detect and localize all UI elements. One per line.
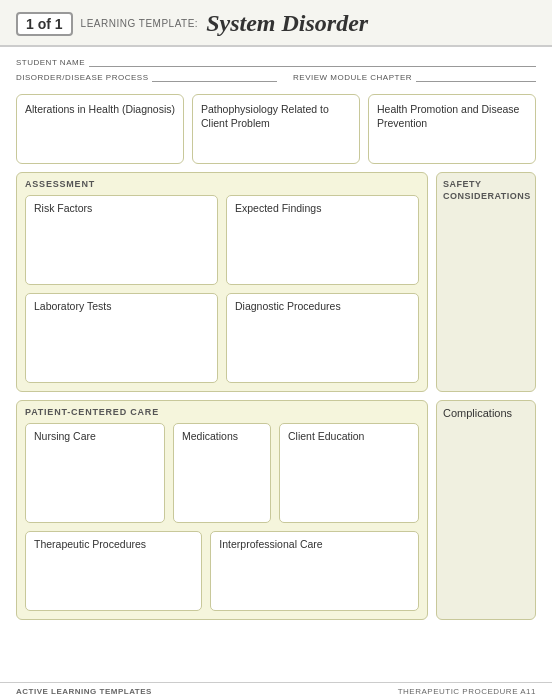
assessment-grid: Risk Factors Expected Findings Laborator… <box>25 195 419 383</box>
diagnostic-procedures-card: Diagnostic Procedures <box>226 293 419 383</box>
disorder-line <box>152 70 277 82</box>
safety-label: SAFETYCONSIDERATIONS <box>443 179 529 202</box>
therapeutic-procedures-label: Therapeutic Procedures <box>34 538 146 550</box>
top-card-label-2: Health Promotion and Disease Prevention <box>377 103 519 129</box>
client-education-label: Client Education <box>288 430 364 442</box>
student-name-label: STUDENT NAME <box>16 58 85 67</box>
page-badge: 1 of 1 <box>16 12 73 36</box>
laboratory-tests-label: Laboratory Tests <box>34 300 111 312</box>
nursing-care-card: Nursing Care <box>25 423 165 523</box>
top-cards-section: Alterations in Health (Diagnosis) Pathop… <box>0 86 552 172</box>
review-label: REVIEW MODULE CHAPTER <box>293 73 412 82</box>
complications-label: Complications <box>443 407 529 419</box>
client-education-card: Client Education <box>279 423 419 523</box>
top-card-2: Health Promotion and Disease Prevention <box>368 94 536 164</box>
nursing-care-label: Nursing Care <box>34 430 96 442</box>
template-label: LEARNING TEMPLATE: <box>81 18 199 29</box>
therapeutic-procedures-card: Therapeutic Procedures <box>25 531 202 611</box>
expected-findings-card: Expected Findings <box>226 195 419 285</box>
patient-bottom-row: Therapeutic Procedures Interprofessional… <box>25 531 419 611</box>
interprofessional-care-label: Interprofessional Care <box>219 538 322 550</box>
top-card-0: Alterations in Health (Diagnosis) <box>16 94 184 164</box>
top-card-label-0: Alterations in Health (Diagnosis) <box>25 103 175 115</box>
patient-care-section: PATIENT-CENTERED CARE Nursing Care Medic… <box>16 400 428 620</box>
patient-wrapper: PATIENT-CENTERED CARE Nursing Care Medic… <box>16 400 536 620</box>
laboratory-tests-card: Laboratory Tests <box>25 293 218 383</box>
top-card-1: Pathophysiology Related to Client Proble… <box>192 94 360 164</box>
meta-fields: STUDENT NAME DISORDER/DISEASE PROCESS RE… <box>0 47 552 86</box>
header: 1 of 1 LEARNING TEMPLATE: System Disorde… <box>0 0 552 47</box>
patient-care-label: PATIENT-CENTERED CARE <box>25 407 419 417</box>
student-name-row: STUDENT NAME <box>16 55 536 67</box>
assessment-wrapper: ASSESSMENT Risk Factors Expected Finding… <box>16 172 536 392</box>
footer-right: THERAPEUTIC PROCEDURE A11 <box>398 687 536 696</box>
top-card-label-1: Pathophysiology Related to Client Proble… <box>201 103 329 129</box>
safety-panel: SAFETYCONSIDERATIONS <box>436 172 536 392</box>
medications-card: Medications <box>173 423 271 523</box>
interprofessional-care-card: Interprofessional Care <box>210 531 419 611</box>
footer-left: ACTIVE LEARNING TEMPLATES <box>16 687 152 696</box>
footer: ACTIVE LEARNING TEMPLATES THERAPEUTIC PR… <box>0 682 552 700</box>
assessment-label: ASSESSMENT <box>25 179 419 189</box>
risk-factors-label: Risk Factors <box>34 202 92 214</box>
medications-label: Medications <box>182 430 238 442</box>
review-line <box>416 70 536 82</box>
student-name-line <box>89 55 536 67</box>
disorder-row: DISORDER/DISEASE PROCESS REVIEW MODULE C… <box>16 70 536 82</box>
diagnostic-procedures-label: Diagnostic Procedures <box>235 300 341 312</box>
complications-panel: Complications <box>436 400 536 620</box>
template-title: System Disorder <box>206 10 368 37</box>
assessment-section: ASSESSMENT Risk Factors Expected Finding… <box>16 172 428 392</box>
risk-factors-card: Risk Factors <box>25 195 218 285</box>
expected-findings-label: Expected Findings <box>235 202 321 214</box>
disorder-label: DISORDER/DISEASE PROCESS <box>16 73 148 82</box>
patient-top-row: Nursing Care Medications Client Educatio… <box>25 423 419 523</box>
